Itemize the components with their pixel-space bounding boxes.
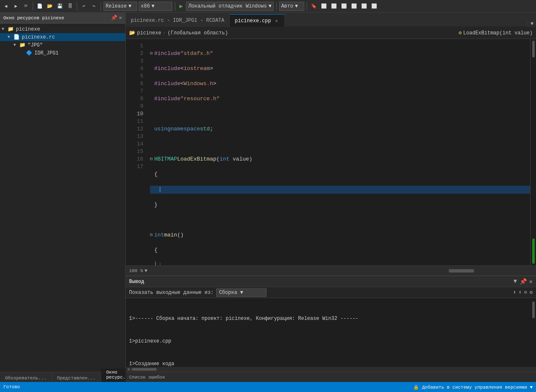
ln-4: 4: [126, 65, 143, 73]
output-bottom-scrollbar[interactable]: [126, 367, 536, 372]
code-line-12: ⊟: [150, 216, 530, 224]
mode-label: Авто: [281, 3, 293, 9]
output-source-dropdown[interactable]: Сборка ▼: [216, 288, 267, 297]
output-nav-btn2[interactable]: ⬇: [518, 289, 521, 296]
output-line-2: 1>picinexe.cpp: [129, 337, 528, 345]
debugger-dropdown[interactable]: Локальный отладчик Windows ▼: [186, 2, 273, 11]
tab-cpp-label: picinexe.cpp: [235, 18, 271, 24]
output-scrollbar[interactable]: [531, 298, 536, 367]
undo-btn[interactable]: ↩: [80, 2, 88, 10]
debugger-arrow: ▼: [269, 3, 272, 9]
ln-7: 7: [126, 88, 143, 95]
output-source-arrow: ▼: [240, 290, 243, 296]
fwd-btn[interactable]: ▶: [12, 2, 20, 10]
expand-arrow-picinexe[interactable]: ▼: [2, 27, 8, 31]
output-close-icon[interactable]: ✕: [529, 278, 533, 285]
tab-cpp[interactable]: picinexe.cpp ✕: [230, 14, 285, 27]
error-list-label[interactable]: Список ошибок: [129, 375, 165, 380]
folder-icon-jpg: 📁: [19, 42, 26, 48]
output-panel: Вывод ▼ 📌 ✕ Показать выходные данные из:…: [126, 275, 536, 372]
panel-header: Окно ресурсов picinexe 📌 ✕: [0, 13, 125, 23]
history-btn[interactable]: ⟳: [22, 2, 30, 10]
editor-right-scrollbar[interactable]: [530, 39, 536, 265]
mode-dropdown[interactable]: Авто ▼: [279, 2, 304, 11]
tab-rc[interactable]: picinexe.rc - IDR_JPG1 - RCDATA: [126, 14, 230, 27]
new-file-btn[interactable]: 📄: [36, 2, 44, 10]
fold-8[interactable]: ⊟: [150, 156, 153, 163]
editor-area[interactable]: 1 2 3 4 5 6 7 8 9 10 11 12 13 14 15 16 1: [126, 39, 536, 265]
redo-btn[interactable]: ↪: [90, 2, 98, 10]
breadcrumb-context: (Глобальная область): [168, 30, 228, 36]
tree-item-picinexe[interactable]: ▼ 📁 picinexe: [0, 25, 125, 33]
pin-icon[interactable]: 📌: [111, 15, 117, 21]
extra-btn1[interactable]: ⬜: [320, 2, 328, 10]
sep3: [101, 2, 101, 10]
extra-btn4[interactable]: ⬜: [350, 2, 358, 10]
breadcrumb-function: LoadExBitmap(int value): [463, 30, 533, 36]
output-source-value: Сборка: [219, 290, 237, 296]
expand-arrow-rc[interactable]: ▼: [8, 35, 13, 39]
ln-11: 11: [126, 118, 143, 125]
zoom-value: 100 %: [129, 268, 143, 273]
output-content: 1>------ Сборка начата: проект: picinexe…: [126, 298, 531, 367]
resource-icon: 🔷: [26, 50, 33, 56]
status-right[interactable]: 🔒 Добавить в систему управления версиями…: [413, 384, 533, 390]
close-panel-icon[interactable]: ✕: [119, 15, 122, 21]
horizontal-scrollbar[interactable]: [449, 269, 533, 273]
tree-label-rc: picinexe.rc: [22, 34, 55, 40]
tree-item-jpg[interactable]: ▼ 📁 "JPG": [0, 41, 125, 49]
ln-13: 13: [126, 133, 143, 140]
code-line-3: ⊟#include <Windows.h>: [150, 80, 530, 88]
tree-item-idr[interactable]: 🔷 IDR_JPG1: [0, 49, 125, 57]
tab-browser[interactable]: Обозреватель...: [0, 374, 52, 382]
output-nav-btn3[interactable]: ⊘: [524, 289, 527, 296]
config-arrow: ▼: [128, 3, 131, 9]
code-line-11: ⊟}: [150, 201, 530, 209]
code-line-10: ⊟|: [150, 186, 530, 194]
output-nav-btn1[interactable]: ⬆: [513, 289, 516, 296]
tab-close-cpp[interactable]: ✕: [274, 18, 280, 24]
extra-btn6[interactable]: ⬜: [370, 2, 378, 10]
output-collapse-icon[interactable]: ▼: [513, 278, 517, 285]
h-scroll-left-btn[interactable]: [127, 368, 130, 371]
expand-arrow-jpg[interactable]: ▼: [13, 43, 19, 47]
extra-btn5[interactable]: ⬜: [360, 2, 368, 10]
status-vcs[interactable]: 🔒 Добавить в систему управления версиями…: [413, 384, 533, 390]
panel-title: Окно ресурсов picinexe: [3, 16, 64, 21]
zoom-dropdown-arrow[interactable]: ▼: [145, 268, 148, 273]
output-body: 1>------ Сборка начата: проект: picinexe…: [126, 298, 536, 367]
config-dropdown[interactable]: Release ▼: [104, 2, 137, 11]
tab-view[interactable]: Представлен...: [52, 374, 101, 382]
arch-label: x86: [141, 3, 150, 9]
output-nav-btn4[interactable]: ⚙: [530, 289, 533, 296]
ln-1: 1: [126, 42, 143, 50]
extra-btn2[interactable]: ⬜: [330, 2, 338, 10]
tab-empty-space: [285, 26, 528, 27]
breadcrumb-scope: picinexe: [137, 30, 161, 36]
open-btn[interactable]: 📂: [46, 2, 54, 10]
arch-arrow: ▼: [152, 3, 155, 9]
right-panel: picinexe.rc - IDR_JPG1 - RCDATA picinexe…: [126, 13, 536, 382]
bookmark-btn[interactable]: 🔖: [310, 2, 318, 10]
run-debugger-btn[interactable]: ▶: [178, 3, 184, 10]
output-line-1: 1>------ Сборка начата: проект: picinexe…: [129, 315, 528, 322]
tab-overflow-btn[interactable]: ▼: [528, 21, 536, 27]
save-all-btn[interactable]: 🗄: [66, 2, 74, 10]
back-btn[interactable]: ◀: [2, 2, 10, 10]
save-btn[interactable]: 💾: [56, 2, 64, 10]
fold-1[interactable]: ⊟: [150, 50, 153, 57]
fold-13[interactable]: ⊟: [150, 231, 153, 239]
output-title: Вывод: [129, 279, 144, 285]
arch-dropdown[interactable]: x86 ▼: [139, 2, 172, 11]
code-editor[interactable]: ⊟#include "stdafx.h" ⊟#include <iostream…: [147, 39, 530, 265]
extra-btn3[interactable]: ⬜: [340, 2, 348, 10]
ln-16: 16: [126, 156, 143, 163]
tree-item-picinexe-rc[interactable]: ▼ 📄 picinexe.rc: [0, 33, 125, 41]
output-filter-label: Показать выходные данные из:: [129, 290, 214, 296]
ln-8: 8: [126, 95, 143, 103]
file-icon-rc: 📄: [13, 34, 20, 40]
line-numbers: 1 2 3 4 5 6 7 8 9 10 11 12 13 14 15 16 1: [126, 39, 147, 265]
function-icon: ⚙: [458, 30, 461, 36]
left-panel: Окно ресурсов picinexe 📌 ✕ ▼ 📁 picinexe …: [0, 13, 126, 382]
output-pin-icon[interactable]: 📌: [520, 278, 527, 285]
